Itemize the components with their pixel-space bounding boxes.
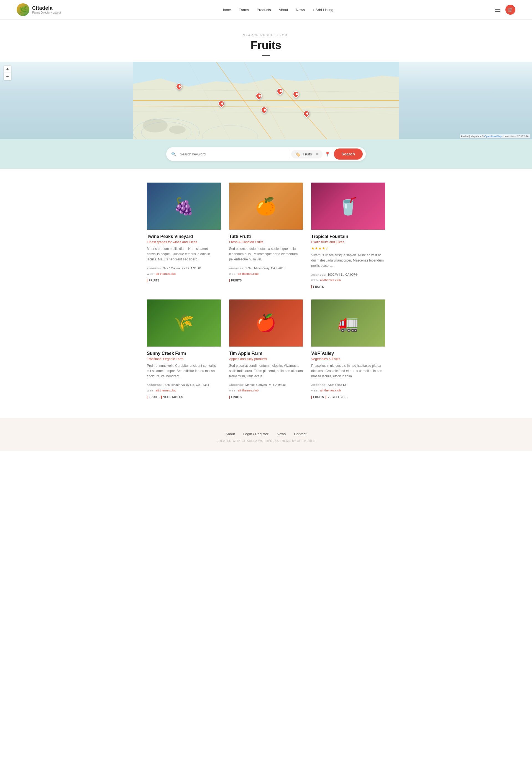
listing-address: ADDRESS: 1000 W I St, CA 90744 xyxy=(311,272,385,277)
listings-grid: 🍇 Twine Peaks Vineyard Finest grapes for… xyxy=(147,183,385,401)
listing-description: Proin ut nunc velit. Curabitur tincidunt… xyxy=(147,363,221,379)
footer-nav-about[interactable]: About xyxy=(226,432,235,436)
nav-home[interactable]: Home xyxy=(221,8,231,12)
listing-subtitle: Finest grapes for wines and juices xyxy=(147,240,221,244)
footer-nav-login[interactable]: Login / Register xyxy=(243,432,269,436)
listing-body: V&F Valley Vegetables & Fruits Phasellus… xyxy=(311,346,385,402)
cart-button[interactable]: 🛒 xyxy=(505,5,515,15)
map-pin-5[interactable] xyxy=(255,93,262,101)
listing-body: Tim Apple Farm Apples and juicy products… xyxy=(229,346,303,402)
address-value: 3777 Conan Blvd, CA 91001 xyxy=(163,267,202,270)
listing-address: ADDRESS: 8305 Utica Dr xyxy=(311,382,385,387)
listing-subtitle: Traditional Organic Farm xyxy=(147,357,221,361)
listing-body: Sunny Creek Farm Traditional Organic Far… xyxy=(147,346,221,402)
listing-tag: FRUITS xyxy=(147,279,160,282)
web-label: WEB: xyxy=(311,279,319,282)
listing-title[interactable]: Sunny Creek Farm xyxy=(147,351,221,356)
listing-tag: FRUITS xyxy=(229,279,242,282)
listing-subtitle: Fresh & Candied Fruits xyxy=(229,240,303,244)
listing-card-4: 🌾 Sunny Creek Farm Traditional Organic F… xyxy=(147,300,221,402)
listing-description: Mauris pretium mollis diam. Nam sit amet… xyxy=(147,246,221,262)
web-link[interactable]: ait-themes.club xyxy=(320,389,341,392)
listing-image[interactable]: 🍎 xyxy=(229,300,303,346)
search-results-title: Fruits xyxy=(0,39,532,52)
category-icon: 🏷️ xyxy=(295,151,301,157)
map-zoom-out[interactable]: − xyxy=(4,73,11,80)
listing-web: WEB: ait-themes.club xyxy=(311,388,385,392)
listing-image[interactable]: 🍊 xyxy=(229,183,303,230)
map-pin-3[interactable] xyxy=(277,88,283,96)
search-results-header: SEARCH RESULTS FOR: Fruits xyxy=(0,20,532,62)
address-value: 8305 Utica Dr xyxy=(328,383,346,387)
listing-title[interactable]: Tropical Fountain xyxy=(311,234,385,239)
search-divider xyxy=(289,150,289,158)
svg-point-2 xyxy=(143,118,168,133)
search-bar: 🔍 🏷️ Fruits ✕ 📍 Search xyxy=(166,147,366,161)
map-pin-7[interactable] xyxy=(303,111,310,119)
listing-image[interactable]: 🍇 xyxy=(147,183,221,230)
listing-address: ADDRESS: 3777 Conan Blvd, CA 91001 xyxy=(147,266,221,270)
map-pin-4[interactable] xyxy=(292,91,299,100)
listing-title[interactable]: Tim Apple Farm xyxy=(229,351,303,356)
address-value: Manuel Canyon Rd, CA 93001 xyxy=(246,383,287,387)
footer-credit: CREATED WITH CITADELA WORDPRESS THEME BY… xyxy=(5,439,527,442)
web-link[interactable]: ait-themes.club xyxy=(238,389,259,392)
footer-nav: About Login / Register News Contact xyxy=(5,432,527,436)
nav-farms[interactable]: Farms xyxy=(239,8,249,12)
listing-title[interactable]: Twine Peaks Vineyard xyxy=(147,234,221,239)
listing-title[interactable]: Tutti Frutti xyxy=(229,234,303,239)
web-link[interactable]: ait-themes.club xyxy=(320,278,341,282)
listing-tag: VEGETABLES xyxy=(326,396,347,399)
search-submit-button[interactable]: Search xyxy=(334,148,363,160)
search-results-label: SEARCH RESULTS FOR: xyxy=(0,33,532,37)
search-category-tag[interactable]: 🏷️ Fruits ✕ xyxy=(291,150,323,159)
logo-text: Citadela Farms Directory Layout xyxy=(32,5,61,14)
listing-web: WEB: ait-themes.club xyxy=(147,271,221,276)
main-nav: Home Farms Products About News + Add Lis… xyxy=(221,8,333,12)
web-link[interactable]: ait-themes.club xyxy=(156,389,176,392)
listing-title[interactable]: V&F Valley xyxy=(311,351,385,356)
listing-body: Tropical Fountain Exotic fruits and juic… xyxy=(311,230,385,291)
map-pin-2[interactable] xyxy=(218,101,225,109)
footer-nav-news[interactable]: News xyxy=(277,432,286,436)
nav-add-listing[interactable]: + Add Listing xyxy=(312,8,333,12)
nav-about[interactable]: About xyxy=(279,8,288,12)
map-svg xyxy=(0,62,532,139)
title-divider xyxy=(262,55,270,56)
map-pin-1[interactable] xyxy=(176,83,182,92)
listing-tags: FRUITS xyxy=(311,285,385,288)
location-button[interactable]: 📍 xyxy=(323,149,333,159)
hamburger-button[interactable] xyxy=(494,7,502,13)
map-attribution: Leaflet | Map data © OpenStreetMap contr… xyxy=(460,134,530,138)
listing-description: Sed placerat condimentum molestie. Vivam… xyxy=(229,363,303,379)
listing-image[interactable]: 🚛 xyxy=(311,300,385,346)
address-label: ADDRESS: xyxy=(147,267,162,270)
nav-products[interactable]: Products xyxy=(257,8,271,12)
address-label: ADDRESS: xyxy=(311,274,327,276)
header-icons: 🛒 xyxy=(494,5,515,15)
listing-card-1: 🍇 Twine Peaks Vineyard Finest grapes for… xyxy=(147,183,221,291)
listing-card-3: 🥤 Tropical Fountain Exotic fruits and ju… xyxy=(311,183,385,291)
footer-nav-contact[interactable]: Contact xyxy=(294,432,306,436)
search-keyword-input[interactable] xyxy=(177,148,286,160)
listing-image[interactable]: 🌾 xyxy=(147,300,221,346)
map-zoom-in[interactable]: + xyxy=(4,66,11,73)
web-link[interactable]: ait-themes.club xyxy=(156,272,176,275)
listing-stars: ★★★★☆ xyxy=(311,246,385,250)
map-pin-6[interactable] xyxy=(261,107,268,115)
listing-tags: FRUITS xyxy=(147,279,221,282)
listing-tags: FRUITSVEGETABLES xyxy=(147,396,221,399)
nav-news[interactable]: News xyxy=(296,8,305,12)
listing-card-2: 🍊 Tutti Frutti Fresh & Candied Fruits Se… xyxy=(229,183,303,291)
logo-subtitle: Farms Directory Layout xyxy=(32,11,61,14)
logo-icon: 🌿 xyxy=(17,3,29,16)
listing-image[interactable]: 🥤 xyxy=(311,183,385,230)
search-bar-section: 🔍 🏷️ Fruits ✕ 📍 Search xyxy=(0,139,532,169)
category-clear-button[interactable]: ✕ xyxy=(315,152,319,156)
osm-link[interactable]: OpenStreetMap xyxy=(484,135,502,138)
listing-web: WEB: ait-themes.club xyxy=(229,271,303,276)
header: 🌿 Citadela Farms Directory Layout Home F… xyxy=(0,0,532,20)
web-link[interactable]: ait-themes.club xyxy=(238,272,259,275)
footer: About Login / Register News Contact CREA… xyxy=(0,418,532,451)
map-zoom-controls: + − xyxy=(4,66,11,80)
